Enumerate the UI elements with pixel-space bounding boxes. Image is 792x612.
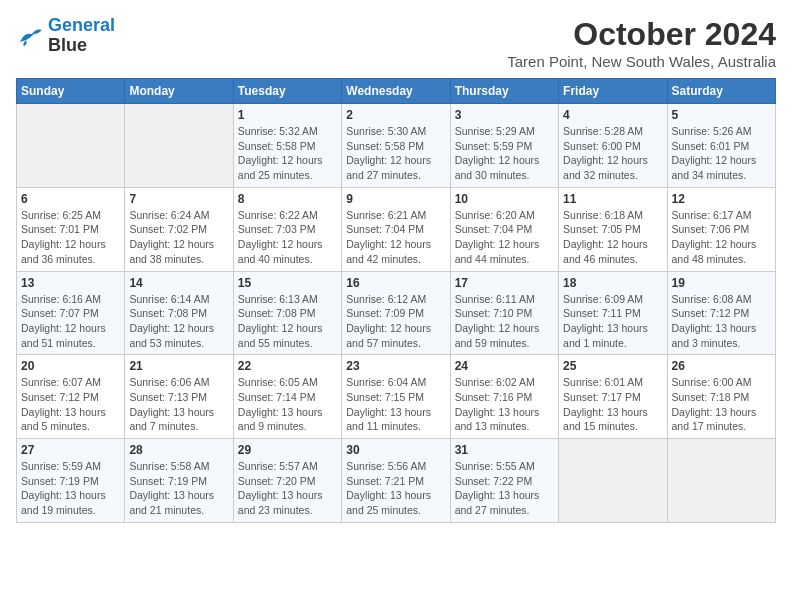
day-number: 26: [672, 359, 771, 373]
day-info: Sunrise: 6:20 AM Sunset: 7:04 PM Dayligh…: [455, 208, 554, 267]
calendar-cell: 25Sunrise: 6:01 AM Sunset: 7:17 PM Dayli…: [559, 355, 667, 439]
day-number: 1: [238, 108, 337, 122]
day-info: Sunrise: 5:57 AM Sunset: 7:20 PM Dayligh…: [238, 459, 337, 518]
day-number: 17: [455, 276, 554, 290]
day-info: Sunrise: 5:56 AM Sunset: 7:21 PM Dayligh…: [346, 459, 445, 518]
day-info: Sunrise: 6:18 AM Sunset: 7:05 PM Dayligh…: [563, 208, 662, 267]
header-row: SundayMondayTuesdayWednesdayThursdayFrid…: [17, 79, 776, 104]
calendar-cell: 26Sunrise: 6:00 AM Sunset: 7:18 PM Dayli…: [667, 355, 775, 439]
calendar-cell: 2Sunrise: 5:30 AM Sunset: 5:58 PM Daylig…: [342, 104, 450, 188]
day-number: 20: [21, 359, 120, 373]
day-number: 5: [672, 108, 771, 122]
day-number: 2: [346, 108, 445, 122]
day-info: Sunrise: 5:29 AM Sunset: 5:59 PM Dayligh…: [455, 124, 554, 183]
day-number: 25: [563, 359, 662, 373]
day-info: Sunrise: 6:17 AM Sunset: 7:06 PM Dayligh…: [672, 208, 771, 267]
day-info: Sunrise: 6:04 AM Sunset: 7:15 PM Dayligh…: [346, 375, 445, 434]
day-info: Sunrise: 6:13 AM Sunset: 7:08 PM Dayligh…: [238, 292, 337, 351]
day-number: 6: [21, 192, 120, 206]
calendar-cell: [17, 104, 125, 188]
day-info: Sunrise: 6:22 AM Sunset: 7:03 PM Dayligh…: [238, 208, 337, 267]
calendar-cell: 20Sunrise: 6:07 AM Sunset: 7:12 PM Dayli…: [17, 355, 125, 439]
logo: GeneralBlue: [16, 16, 115, 56]
day-info: Sunrise: 5:55 AM Sunset: 7:22 PM Dayligh…: [455, 459, 554, 518]
header-cell-monday: Monday: [125, 79, 233, 104]
day-info: Sunrise: 6:16 AM Sunset: 7:07 PM Dayligh…: [21, 292, 120, 351]
calendar-cell: 6Sunrise: 6:25 AM Sunset: 7:01 PM Daylig…: [17, 187, 125, 271]
calendar-table: SundayMondayTuesdayWednesdayThursdayFrid…: [16, 78, 776, 523]
calendar-cell: 15Sunrise: 6:13 AM Sunset: 7:08 PM Dayli…: [233, 271, 341, 355]
calendar-cell: 21Sunrise: 6:06 AM Sunset: 7:13 PM Dayli…: [125, 355, 233, 439]
calendar-cell: [125, 104, 233, 188]
day-number: 22: [238, 359, 337, 373]
calendar-week-5: 27Sunrise: 5:59 AM Sunset: 7:19 PM Dayli…: [17, 439, 776, 523]
day-info: Sunrise: 5:59 AM Sunset: 7:19 PM Dayligh…: [21, 459, 120, 518]
day-number: 9: [346, 192, 445, 206]
day-info: Sunrise: 6:11 AM Sunset: 7:10 PM Dayligh…: [455, 292, 554, 351]
day-info: Sunrise: 6:07 AM Sunset: 7:12 PM Dayligh…: [21, 375, 120, 434]
title-section: October 2024 Taren Point, New South Wale…: [507, 16, 776, 70]
header-cell-wednesday: Wednesday: [342, 79, 450, 104]
day-info: Sunrise: 5:26 AM Sunset: 6:01 PM Dayligh…: [672, 124, 771, 183]
day-number: 16: [346, 276, 445, 290]
day-info: Sunrise: 6:08 AM Sunset: 7:12 PM Dayligh…: [672, 292, 771, 351]
day-number: 31: [455, 443, 554, 457]
calendar-cell: 8Sunrise: 6:22 AM Sunset: 7:03 PM Daylig…: [233, 187, 341, 271]
calendar-week-1: 1Sunrise: 5:32 AM Sunset: 5:58 PM Daylig…: [17, 104, 776, 188]
calendar-body: 1Sunrise: 5:32 AM Sunset: 5:58 PM Daylig…: [17, 104, 776, 523]
day-info: Sunrise: 6:00 AM Sunset: 7:18 PM Dayligh…: [672, 375, 771, 434]
day-number: 21: [129, 359, 228, 373]
calendar-cell: 7Sunrise: 6:24 AM Sunset: 7:02 PM Daylig…: [125, 187, 233, 271]
calendar-cell: 23Sunrise: 6:04 AM Sunset: 7:15 PM Dayli…: [342, 355, 450, 439]
page-subtitle: Taren Point, New South Wales, Australia: [507, 53, 776, 70]
day-info: Sunrise: 6:12 AM Sunset: 7:09 PM Dayligh…: [346, 292, 445, 351]
calendar-cell: 4Sunrise: 5:28 AM Sunset: 6:00 PM Daylig…: [559, 104, 667, 188]
calendar-header: SundayMondayTuesdayWednesdayThursdayFrid…: [17, 79, 776, 104]
day-info: Sunrise: 5:32 AM Sunset: 5:58 PM Dayligh…: [238, 124, 337, 183]
day-number: 13: [21, 276, 120, 290]
calendar-cell: 29Sunrise: 5:57 AM Sunset: 7:20 PM Dayli…: [233, 439, 341, 523]
page-title: October 2024: [507, 16, 776, 53]
calendar-cell: 5Sunrise: 5:26 AM Sunset: 6:01 PM Daylig…: [667, 104, 775, 188]
day-number: 15: [238, 276, 337, 290]
day-number: 28: [129, 443, 228, 457]
calendar-cell: 10Sunrise: 6:20 AM Sunset: 7:04 PM Dayli…: [450, 187, 558, 271]
calendar-cell: 17Sunrise: 6:11 AM Sunset: 7:10 PM Dayli…: [450, 271, 558, 355]
calendar-cell: 19Sunrise: 6:08 AM Sunset: 7:12 PM Dayli…: [667, 271, 775, 355]
calendar-cell: [559, 439, 667, 523]
day-number: 3: [455, 108, 554, 122]
day-info: Sunrise: 5:28 AM Sunset: 6:00 PM Dayligh…: [563, 124, 662, 183]
day-number: 18: [563, 276, 662, 290]
calendar-cell: 13Sunrise: 6:16 AM Sunset: 7:07 PM Dayli…: [17, 271, 125, 355]
day-info: Sunrise: 5:30 AM Sunset: 5:58 PM Dayligh…: [346, 124, 445, 183]
day-number: 4: [563, 108, 662, 122]
day-number: 14: [129, 276, 228, 290]
day-number: 10: [455, 192, 554, 206]
day-info: Sunrise: 6:05 AM Sunset: 7:14 PM Dayligh…: [238, 375, 337, 434]
calendar-cell: 16Sunrise: 6:12 AM Sunset: 7:09 PM Dayli…: [342, 271, 450, 355]
logo-icon: [16, 24, 44, 48]
day-number: 11: [563, 192, 662, 206]
header-cell-sunday: Sunday: [17, 79, 125, 104]
calendar-cell: [667, 439, 775, 523]
day-number: 7: [129, 192, 228, 206]
calendar-cell: 9Sunrise: 6:21 AM Sunset: 7:04 PM Daylig…: [342, 187, 450, 271]
calendar-week-3: 13Sunrise: 6:16 AM Sunset: 7:07 PM Dayli…: [17, 271, 776, 355]
day-info: Sunrise: 6:06 AM Sunset: 7:13 PM Dayligh…: [129, 375, 228, 434]
day-info: Sunrise: 6:21 AM Sunset: 7:04 PM Dayligh…: [346, 208, 445, 267]
header-cell-tuesday: Tuesday: [233, 79, 341, 104]
calendar-cell: 22Sunrise: 6:05 AM Sunset: 7:14 PM Dayli…: [233, 355, 341, 439]
calendar-cell: 1Sunrise: 5:32 AM Sunset: 5:58 PM Daylig…: [233, 104, 341, 188]
day-info: Sunrise: 6:25 AM Sunset: 7:01 PM Dayligh…: [21, 208, 120, 267]
logo-text: GeneralBlue: [48, 16, 115, 56]
header-cell-thursday: Thursday: [450, 79, 558, 104]
calendar-cell: 24Sunrise: 6:02 AM Sunset: 7:16 PM Dayli…: [450, 355, 558, 439]
day-number: 30: [346, 443, 445, 457]
calendar-week-2: 6Sunrise: 6:25 AM Sunset: 7:01 PM Daylig…: [17, 187, 776, 271]
day-number: 27: [21, 443, 120, 457]
page-header: GeneralBlue October 2024 Taren Point, Ne…: [16, 16, 776, 70]
day-number: 12: [672, 192, 771, 206]
calendar-cell: 31Sunrise: 5:55 AM Sunset: 7:22 PM Dayli…: [450, 439, 558, 523]
day-info: Sunrise: 6:09 AM Sunset: 7:11 PM Dayligh…: [563, 292, 662, 351]
day-info: Sunrise: 6:24 AM Sunset: 7:02 PM Dayligh…: [129, 208, 228, 267]
